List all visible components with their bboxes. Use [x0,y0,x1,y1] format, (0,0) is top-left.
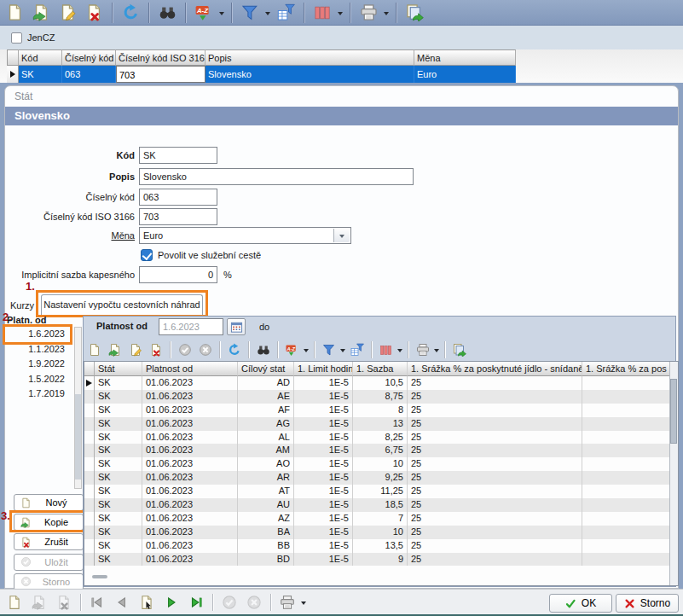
validity-item[interactable]: 1.7.2019 [7,386,68,402]
print-dropdown-arrow[interactable] [384,12,389,18]
nav-first-icon[interactable] [86,591,108,613]
travel-grid-cell[interactable]: 25 [408,431,582,445]
travel-grid-cell[interactable]: SK [95,526,142,539]
travel-grid-row[interactable]: SK01.06.2023AD1E-510,525 [84,376,678,390]
selected-country-row[interactable]: SK 063 703 Slovensko Euro [7,66,516,83]
travel-grid-cell[interactable]: 1E-5 [294,498,353,512]
print-dropdown-arrow[interactable] [301,601,306,607]
travel-grid-cell[interactable] [84,498,95,512]
delete-record-icon[interactable] [53,591,75,613]
print-dropdown-arrow[interactable] [434,349,439,355]
filter-dropdown-arrow[interactable] [340,349,345,355]
cancel-icon[interactable] [196,341,214,359]
nav-prev-icon[interactable] [111,591,133,613]
travel-grid-cell[interactable]: 1E-5 [294,512,353,526]
travel-grid-cell[interactable]: 01.06.2023 [142,553,238,567]
travel-grid-cell[interactable]: 01.06.2023 [142,444,238,457]
travel-grid-cell[interactable] [84,431,95,445]
travel-grid-cell[interactable]: 01.06.2023 [142,376,238,390]
cell-popis[interactable]: Slovensko [205,66,414,83]
travel-grid-cell[interactable]: 01.06.2023 [142,390,238,404]
platnost-od-input[interactable]: 1.6.2023 [159,318,223,335]
travel-grid-cell[interactable]: 25 [408,471,582,485]
travel-grid-cell[interactable]: 01.06.2023 [142,471,238,485]
travel-column-header[interactable]: Cílový stat [238,362,294,376]
travel-grid-cell[interactable] [84,553,95,567]
travel-grid-cell[interactable]: SK [95,553,142,567]
travel-grid-cell[interactable]: 10 [353,526,408,539]
print-icon[interactable] [276,591,298,613]
copy-record-icon[interactable] [28,591,50,613]
kod-field[interactable]: SK [139,147,217,164]
travel-grid-cell[interactable]: AE [238,390,294,404]
column-header-popis[interactable]: Popis [205,49,414,66]
travel-grid-row[interactable]: SK01.06.2023AE1E-58,7525 [84,390,678,404]
travel-grid-cell[interactable] [84,539,95,553]
travel-grid-cell[interactable] [582,553,671,567]
travel-column-header[interactable]: Stát [95,362,142,376]
travel-grid-row[interactable]: SK01.06.2023AM1E-56,7525 [84,444,678,457]
travel-grid-cell[interactable]: 1E-5 [294,417,353,431]
columns-icon[interactable] [311,2,333,24]
jencz-checkbox[interactable] [11,32,22,44]
travel-grid-cell[interactable]: SK [95,376,142,390]
travel-grid-row[interactable]: SK01.06.2023AZ1E-5725 [84,512,678,526]
travel-grid-cell[interactable]: 13 [353,417,408,431]
ok-button[interactable]: OK [549,594,612,613]
filter-advanced-icon[interactable] [275,2,297,24]
search-icon[interactable] [156,2,178,24]
calendar-button[interactable] [227,318,246,335]
filter-icon[interactable] [320,341,338,359]
sort-az-icon[interactable]: A-Z [283,341,301,359]
validity-column-header[interactable]: Platn. od [7,315,68,327]
edit-row-icon[interactable] [126,341,144,359]
columns-dropdown-arrow[interactable] [397,349,402,355]
delete-record-icon[interactable] [83,2,105,24]
travel-grid-cell[interactable]: AO [238,457,294,471]
edit-record-icon[interactable] [56,2,78,24]
travel-grid-cell[interactable]: AG [238,417,294,431]
travel-grid-cell[interactable]: 10,5 [353,376,408,390]
grid-horizontal-scrollbar-thumb[interactable] [92,575,107,578]
travel-grid-cell[interactable]: AM [238,444,294,457]
travel-grid-cell[interactable] [84,444,95,457]
travel-grid-cell[interactable]: 01.06.2023 [142,431,238,445]
travel-grid-cell[interactable]: AZ [238,512,294,526]
export-icon[interactable] [403,2,425,24]
filter-dropdown-arrow[interactable] [265,12,270,18]
travel-grid-cell[interactable]: BB [238,539,294,553]
travel-grid-cell[interactable]: 1E-5 [294,526,353,539]
travel-grid-cell[interactable] [582,390,671,404]
tab-nastaveni-nahrad[interactable]: Nastavení vypočtu cestovních náhrad [41,294,203,315]
travel-grid-cell[interactable]: 1E-5 [294,553,353,567]
travel-grid-cell[interactable]: 1E-5 [294,376,353,390]
grid-vertical-scrollbar-thumb[interactable] [670,379,677,444]
travel-grid-cell[interactable]: SK [95,444,142,457]
travel-grid-cell[interactable] [84,471,95,485]
tab-kurzy[interactable]: Kurzy [10,300,34,311]
travel-grid-cell[interactable] [582,526,671,539]
storno-button[interactable]: Storno [14,573,84,590]
travel-grid-cell[interactable]: 25 [408,457,582,471]
travel-grid-cell[interactable] [582,431,671,445]
travel-grid-cell[interactable] [582,457,671,471]
ciselny-kod-field[interactable]: 063 [139,189,217,206]
copy-row-icon[interactable] [106,341,124,359]
travel-grid-cell[interactable] [84,404,95,417]
travel-grid-cell[interactable]: 01.06.2023 [142,457,238,471]
travel-grid-cell[interactable]: 1E-5 [294,431,353,445]
travel-grid-cell[interactable]: AT [238,485,294,498]
travel-grid-cell[interactable]: SK [95,457,142,471]
travel-grid-cell[interactable]: 01.06.2023 [142,498,238,512]
travel-grid-cell[interactable]: AD [238,376,294,390]
travel-grid-cell[interactable]: 25 [408,553,582,567]
kopie-button[interactable]: Kopie [14,514,84,531]
povolit-checkbox[interactable] [141,249,153,261]
travel-grid-cell[interactable]: BA [238,526,294,539]
travel-grid-cell[interactable]: 7 [353,512,408,526]
travel-grid-cell[interactable]: 8 [353,404,408,417]
confirm-icon[interactable] [176,341,194,359]
travel-grid-cell[interactable]: SK [95,404,142,417]
travel-column-header[interactable]: 1. Srážka % za poskytnuté jídlo - snídan… [408,362,582,376]
travel-grid-cell[interactable]: 1E-5 [294,471,353,485]
